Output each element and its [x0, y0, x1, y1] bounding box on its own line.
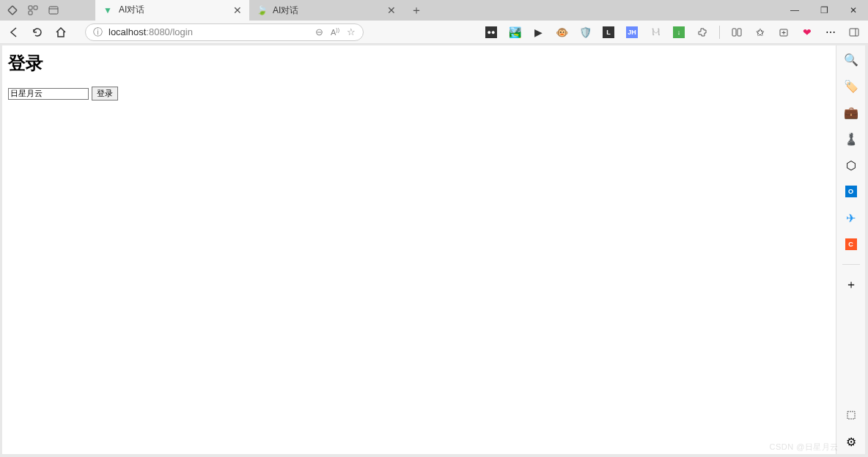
svg-rect-0: [29, 6, 32, 10]
site-info-icon[interactable]: ⓘ: [93, 26, 103, 39]
url-text: localhost:8080/login: [108, 26, 309, 37]
main-wrap: 登录 登录 🔍 🏷️ 💼 ♟️ ⬡ O ✈ C ＋ ⚙: [0, 44, 868, 457]
page-title: 登录: [8, 51, 830, 75]
home-button[interactable]: [54, 26, 67, 39]
games-icon[interactable]: ♟️: [845, 132, 858, 145]
ext-icon-7[interactable]: JH: [625, 26, 639, 39]
add-icon[interactable]: ＋: [845, 278, 858, 291]
svg-rect-3: [49, 7, 58, 14]
toolbar: ⓘ localhost:8080/login ⊖ A)) ☆ ●● 🏞️ ▶ 🐵…: [0, 21, 868, 44]
close-icon[interactable]: ✕: [387, 4, 396, 16]
svg-rect-12: [847, 412, 855, 419]
sidebar-toggle-icon[interactable]: [847, 26, 861, 39]
tools-icon[interactable]: 💼: [845, 106, 858, 119]
maximize-button[interactable]: ❐: [809, 0, 839, 21]
close-button[interactable]: ✕: [839, 0, 868, 21]
svg-rect-10: [850, 29, 858, 36]
ext-icon-3[interactable]: ▶: [532, 26, 545, 39]
settings-icon[interactable]: ⚙: [845, 435, 858, 448]
right-sidebar: 🔍 🏷️ 💼 ♟️ ⬡ O ✈ C ＋ ⚙: [836, 45, 865, 454]
ext-icon-5[interactable]: 🛡️: [578, 26, 592, 39]
login-button[interactable]: 登录: [92, 87, 118, 100]
address-bar[interactable]: ⓘ localhost:8080/login ⊖ A)) ☆: [85, 23, 364, 41]
extensions-menu-icon[interactable]: [696, 26, 709, 39]
tab-actions-icon[interactable]: [47, 4, 60, 17]
titlebar-left: [0, 4, 95, 17]
collections-icon[interactable]: [777, 26, 790, 39]
ext-icon-9[interactable]: ↓: [672, 26, 685, 39]
svg-rect-5: [732, 29, 736, 36]
back-button[interactable]: [7, 26, 21, 39]
login-form: 登录: [8, 87, 830, 100]
workspaces-icon[interactable]: [26, 4, 40, 17]
outlook-icon[interactable]: O: [845, 185, 858, 198]
svg-rect-2: [29, 11, 32, 15]
ext-icon-8[interactable]: Ⲙ: [649, 26, 662, 39]
tab-title: AI对话: [119, 4, 144, 16]
health-icon[interactable]: ❤: [801, 26, 814, 39]
url-host: localhost: [108, 26, 146, 37]
office-icon[interactable]: ⬡: [845, 158, 858, 172]
svg-rect-1: [34, 6, 37, 10]
url-port: :8080: [146, 26, 170, 37]
refresh-button[interactable]: [31, 26, 44, 39]
watermark: CSDN @日星月云: [770, 442, 839, 453]
more-icon[interactable]: ⋯: [824, 26, 837, 39]
tab-2[interactable]: 🍃 AI对话 ✕: [249, 0, 403, 21]
search-icon[interactable]: 🔍: [845, 53, 858, 66]
ext-icon-1[interactable]: ●●: [485, 26, 498, 39]
split-screen-icon[interactable]: [730, 26, 743, 39]
tab-title: AI对话: [273, 4, 298, 17]
nav-icons: [7, 26, 67, 39]
tab-1[interactable]: ▼ AI对话 ✕: [95, 0, 249, 21]
screenshot-icon[interactable]: [845, 409, 858, 422]
svg-rect-6: [738, 29, 741, 36]
zoom-icon[interactable]: ⊖: [315, 26, 323, 37]
username-input[interactable]: [8, 88, 89, 100]
extension-icons: ●● 🏞️ ▶ 🐵 🛡️ L JH Ⲙ ↓ ✩ ❤ ⋯: [485, 26, 861, 39]
ext-icon-4[interactable]: 🐵: [555, 26, 568, 39]
viewport: 登录 登录: [2, 45, 836, 454]
window-controls: — ❐ ✕: [780, 0, 868, 21]
favorite-icon[interactable]: ☆: [347, 26, 356, 37]
read-aloud-icon[interactable]: A)): [331, 27, 339, 37]
url-path: /login: [170, 26, 193, 37]
divider: [719, 26, 720, 39]
titlebar: ▼ AI对话 ✕ 🍃 AI对话 ✕ ＋ — ❐ ✕: [0, 0, 868, 21]
divider: [842, 264, 860, 265]
ext-icon-2[interactable]: 🏞️: [508, 26, 521, 39]
addressbar-right: ⊖ A)) ☆: [315, 26, 356, 37]
send-icon[interactable]: ✈: [845, 211, 858, 224]
vue-icon: ▼: [103, 5, 113, 15]
app-icon[interactable]: [6, 4, 19, 17]
page-content: 登录 登录: [2, 45, 836, 106]
minimize-button[interactable]: —: [780, 0, 809, 21]
shopping-icon[interactable]: 🏷️: [845, 79, 858, 92]
favorites-icon[interactable]: ✩: [754, 26, 767, 39]
c-icon[interactable]: C: [845, 238, 858, 251]
ext-icon-6[interactable]: L: [602, 26, 615, 39]
tabs: ▼ AI对话 ✕ 🍃 AI对话 ✕ ＋: [95, 0, 427, 21]
leaf-icon: 🍃: [257, 5, 267, 15]
close-icon[interactable]: ✕: [233, 4, 242, 16]
new-tab-button[interactable]: ＋: [406, 0, 427, 21]
